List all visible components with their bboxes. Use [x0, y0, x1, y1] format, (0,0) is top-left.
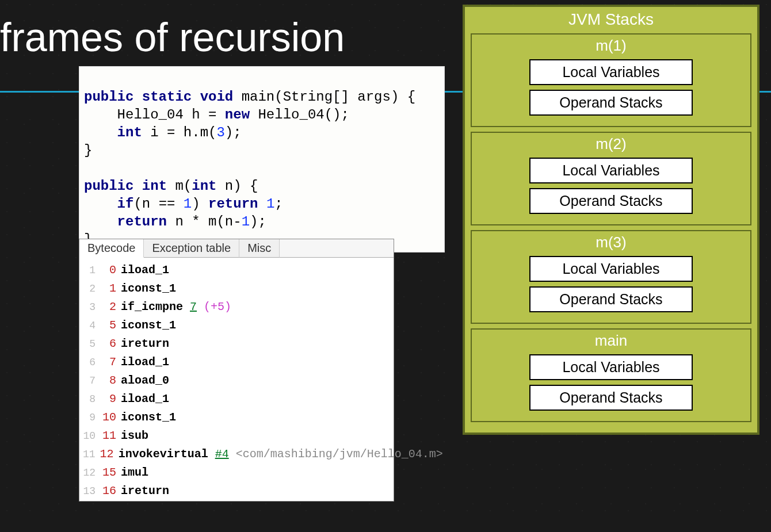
bytecode-offset: 11: [100, 427, 116, 445]
bytecode-opcode: isub: [121, 427, 148, 445]
code-text: ;: [274, 196, 283, 212]
bytecode-panel: Bytecode Exception table Misc 10iload_12…: [79, 239, 394, 502]
stack-frame-title: m(2): [473, 135, 749, 153]
operand-stacks-box: Operand Stacks: [529, 90, 693, 116]
code-text: Hello_04();: [250, 107, 349, 123]
code-kw: public static void: [84, 89, 233, 105]
bytecode-opcode: iload_1: [121, 261, 169, 280]
code-text: m(: [167, 178, 192, 194]
source-code-panel: public static void main(String[] args) {…: [79, 66, 445, 252]
bytecode-line-number: 9: [83, 408, 96, 427]
tab-bytecode[interactable]: Bytecode: [79, 239, 144, 258]
bytecode-opcode: ireturn: [121, 482, 169, 500]
code-text: (n ==: [133, 196, 183, 212]
bytecode-row: 910iconst_1: [83, 408, 390, 427]
bytecode-row: 89iload_1: [83, 390, 390, 408]
code-text: ): [192, 196, 208, 212]
bytecode-ref: #4: [215, 445, 229, 464]
local-variables-box: Local Variables: [529, 59, 693, 85]
local-variables-box: Local Variables: [529, 256, 693, 282]
bytecode-opcode: iconst_1: [121, 316, 176, 335]
bytecode-opcode: iconst_1: [121, 280, 176, 298]
stack-frame: m(2)Local VariablesOperand Stacks: [471, 132, 751, 225]
bytecode-row: 1112invokevirtual #4 <com/mashibing/jvm/…: [83, 445, 390, 464]
code-text: Hello_04 h =: [84, 107, 225, 123]
stack-frame-title: main: [473, 332, 749, 350]
code-kw: public: [84, 178, 133, 194]
jvm-stacks-panel: JVM Stacks m(1)Local VariablesOperand St…: [463, 5, 759, 435]
bytecode-line-number: 7: [83, 372, 96, 390]
bytecode-line-number: 5: [83, 335, 96, 353]
bytecode-line-number: 10: [83, 427, 96, 445]
bytecode-opcode: if_icmpne: [121, 298, 190, 316]
operand-stacks-box: Operand Stacks: [529, 385, 693, 411]
tab-misc[interactable]: Misc: [239, 239, 280, 258]
bytecode-opcode: iconst_1: [121, 408, 176, 427]
bytecode-line-number: 2: [83, 280, 96, 298]
bytecode-row: 32if_icmpne 7 (+5): [83, 298, 390, 316]
bytecode-offset: 10: [100, 408, 116, 427]
code-kw: return: [208, 196, 258, 212]
bytecode-listing: 10iload_121iconst_132if_icmpne 7 (+5)45i…: [79, 258, 394, 504]
code-kw: return: [84, 214, 167, 229]
code-num: 1: [266, 196, 274, 212]
bytecode-ref: 7: [190, 298, 197, 316]
bytecode-row: 67iload_1: [83, 353, 390, 372]
bytecode-opcode: invokevirtual: [119, 445, 215, 464]
stack-frame: mainLocal VariablesOperand Stacks: [471, 328, 751, 422]
bytecode-row: 45iconst_1: [83, 316, 390, 335]
code-text: );: [225, 125, 242, 140]
bytecode-row: 21iconst_1: [83, 280, 390, 298]
code-kw: if: [84, 196, 133, 212]
bytecode-line-number: 4: [83, 316, 96, 335]
code-kw: new: [225, 107, 250, 123]
slide-title: frames of recursion: [0, 14, 345, 60]
code-text: }: [84, 143, 92, 158]
bytecode-line-number: 6: [83, 353, 96, 372]
bytecode-note: (+5): [197, 298, 231, 316]
code-text: n) {: [216, 178, 258, 194]
bytecode-opcode: aload_0: [121, 372, 169, 390]
bytecode-offset: 16: [100, 482, 116, 500]
bytecode-tabs: Bytecode Exception table Misc: [79, 239, 394, 258]
bytecode-line-number: 3: [83, 298, 96, 316]
bytecode-line-number: 8: [83, 390, 96, 408]
bytecode-line-number: 11: [83, 445, 96, 464]
code-text: main(String[] args) {: [233, 89, 415, 105]
code-text: n * m(n-: [167, 214, 242, 229]
bytecode-opcode: iload_1: [121, 353, 169, 372]
code-text: i = h.m(: [142, 125, 217, 140]
bytecode-line-number: 13: [83, 482, 96, 500]
code-kw: int: [84, 125, 142, 140]
code-text: );: [250, 214, 266, 229]
local-variables-box: Local Variables: [529, 354, 693, 380]
bytecode-offset: 9: [100, 390, 116, 408]
stack-frame-title: m(3): [473, 234, 749, 251]
bytecode-line-number: 12: [83, 464, 96, 482]
bytecode-offset: 15: [100, 464, 116, 482]
bytecode-row: 1215imul: [83, 464, 390, 482]
bytecode-row: 78aload_0: [83, 372, 390, 390]
bytecode-offset: 8: [100, 372, 116, 390]
bytecode-line-number: 1: [83, 261, 96, 280]
bytecode-opcode: imul: [121, 464, 148, 482]
code-num: 1: [184, 196, 192, 212]
bytecode-opcode: iload_1: [121, 390, 169, 408]
bytecode-comment: <com/mashibing/jvm/Hello_04.m>: [229, 445, 443, 464]
bytecode-row: 10iload_1: [83, 261, 390, 280]
tab-exception-table[interactable]: Exception table: [144, 239, 239, 258]
code-num: 3: [216, 125, 224, 140]
local-variables-box: Local Variables: [529, 158, 693, 183]
bytecode-offset: 7: [100, 353, 116, 372]
operand-stacks-box: Operand Stacks: [529, 188, 693, 214]
bytecode-offset: 6: [100, 335, 116, 353]
stack-frame: m(1)Local VariablesOperand Stacks: [471, 33, 751, 127]
operand-stacks-box: Operand Stacks: [529, 286, 693, 312]
bytecode-offset: 12: [100, 445, 114, 464]
code-num: 1: [242, 214, 250, 229]
stack-frame: m(3)Local VariablesOperand Stacks: [471, 230, 751, 324]
bytecode-row: 1011isub: [83, 427, 390, 445]
stacks-title: JVM Stacks: [470, 10, 753, 29]
bytecode-row: 56ireturn: [83, 335, 390, 353]
bytecode-offset: 5: [100, 316, 116, 335]
